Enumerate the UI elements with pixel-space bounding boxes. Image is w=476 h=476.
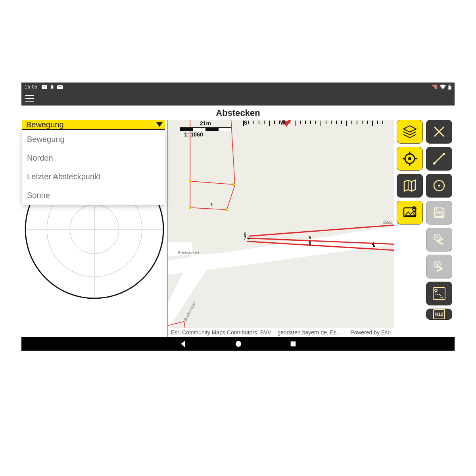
- android-status-bar: 15:05: [21, 83, 455, 91]
- svg-point-29: [408, 157, 411, 160]
- svg-rect-3: [449, 86, 451, 89]
- scale-bar: 21m 1: 1060: [180, 120, 231, 138]
- circle-tool-button[interactable]: [426, 174, 452, 198]
- gmail-icon: [42, 85, 47, 89]
- lock-icon: [50, 84, 54, 89]
- recents-icon[interactable]: [290, 340, 297, 347]
- page-title: Abstecken: [21, 106, 455, 120]
- map-attribution: Esri Community Maps Contributors, BVV – …: [168, 328, 394, 337]
- point-label: 1: [211, 203, 213, 207]
- locate-button[interactable]: [397, 147, 423, 171]
- dropdown-option[interactable]: Norden: [22, 149, 165, 167]
- svg-point-19: [189, 206, 191, 209]
- svg-point-41: [433, 162, 436, 165]
- svg-point-6: [70, 205, 119, 254]
- stake-prev-button[interactable]: [426, 228, 452, 251]
- status-icons-right: [432, 84, 451, 90]
- scale-distance: 21m: [180, 120, 231, 127]
- status-time: 15:05: [25, 84, 38, 90]
- point-label: 8: [309, 242, 311, 246]
- wifi-icon: [440, 84, 446, 89]
- svg-rect-59: [291, 342, 296, 347]
- map-panel: 1 6 7 5 8 4 Bockshügel Bockshügel Bock: [167, 120, 394, 337]
- layers-button[interactable]: [397, 120, 423, 144]
- battery-icon: [448, 84, 451, 90]
- home-icon[interactable]: [235, 340, 242, 347]
- svg-point-37: [413, 208, 415, 209]
- svg-point-54: [435, 289, 437, 292]
- svg-rect-46: [436, 213, 442, 217]
- orientation-dropdown[interactable]: Bewegung: [22, 120, 165, 131]
- stake-next-button[interactable]: [426, 255, 452, 278]
- app-bar: [21, 91, 455, 106]
- back-icon[interactable]: [179, 340, 187, 348]
- svg-rect-2: [449, 84, 450, 85]
- left-panel: Bewegung Bewegung Norden Letzter Absteck…: [21, 120, 167, 337]
- point-label: 5: [309, 236, 311, 240]
- mail-icon: [57, 85, 63, 89]
- chevron-down-icon: [156, 122, 163, 127]
- close-button[interactable]: [426, 120, 452, 144]
- svg-line-40: [434, 154, 444, 163]
- svg-point-44: [438, 185, 440, 187]
- cast-icon: [432, 84, 438, 89]
- heading-ruler: S W: [243, 121, 393, 127]
- status-icons-left: [42, 84, 63, 89]
- line-tool-button[interactable]: [426, 147, 452, 171]
- map-toolbar: R12: [397, 120, 455, 337]
- street-label: Bock: [383, 220, 393, 225]
- point-label: 7: [244, 236, 246, 240]
- geotag-button[interactable]: [397, 201, 423, 225]
- basemap-button[interactable]: [397, 174, 423, 198]
- svg-point-58: [236, 341, 241, 347]
- svg-marker-27: [403, 126, 416, 132]
- routing-button[interactable]: [426, 282, 452, 305]
- svg-text:R12: R12: [435, 312, 443, 317]
- overflow-button[interactable]: R12: [426, 309, 452, 320]
- scale-ratio: 1: 1060: [168, 131, 219, 138]
- attribution-text: Esri Community Maps Contributors, BVV – …: [171, 329, 341, 336]
- heading-letter: S: [244, 120, 247, 126]
- compass-radar: [21, 209, 167, 337]
- esri-link[interactable]: Esri: [381, 329, 391, 336]
- svg-point-52: [436, 263, 438, 265]
- svg-point-17: [189, 180, 191, 182]
- svg-point-42: [443, 153, 445, 155]
- svg-point-20: [226, 208, 228, 211]
- powered-by-text: Powered by: [350, 329, 380, 336]
- android-nav-bar: [21, 337, 455, 351]
- svg-point-55: [441, 297, 443, 298]
- dropdown-option[interactable]: Bewegung: [22, 130, 165, 149]
- point-label: 4: [372, 242, 374, 246]
- street-label: Bockshügel: [178, 251, 200, 255]
- dropdown-selected: Bewegung: [26, 120, 64, 129]
- map-view[interactable]: 1 6 7 5 8 4 Bockshügel Bockshügel Bock: [167, 120, 394, 337]
- svg-point-50: [436, 236, 438, 238]
- dropdown-option[interactable]: Letzter Absteckpunkt: [22, 167, 165, 186]
- dropdown-option[interactable]: Sonne: [22, 186, 165, 205]
- dropdown-list: Bewegung Norden Letzter Absteckpunkt Son…: [22, 130, 165, 205]
- save-button[interactable]: [426, 201, 452, 225]
- svg-point-18: [232, 183, 235, 186]
- svg-rect-23: [248, 238, 250, 239]
- menu-button[interactable]: [25, 95, 34, 102]
